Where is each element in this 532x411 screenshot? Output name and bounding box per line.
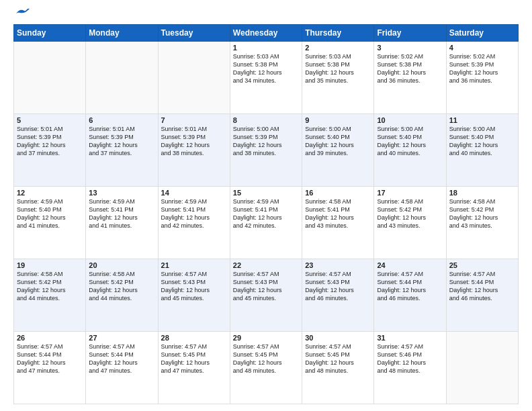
calendar-cell: 4Sunrise: 5:02 AMSunset: 5:39 PMDaylight… <box>446 42 518 114</box>
calendar-cell: 22Sunrise: 4:57 AMSunset: 5:43 PMDayligh… <box>230 259 302 332</box>
calendar-cell: 8Sunrise: 5:00 AMSunset: 5:39 PMDaylight… <box>230 114 302 187</box>
calendar-cell: 2Sunrise: 5:03 AMSunset: 5:38 PMDaylight… <box>302 42 374 114</box>
day-number: 12 <box>17 189 83 197</box>
calendar-week-row: 5Sunrise: 5:01 AMSunset: 5:39 PMDaylight… <box>14 114 519 187</box>
calendar-cell: 9Sunrise: 5:00 AMSunset: 5:40 PMDaylight… <box>302 114 374 187</box>
day-number: 10 <box>377 116 443 124</box>
cell-content: Sunrise: 4:57 AMSunset: 5:44 PMDaylight:… <box>449 270 515 303</box>
header <box>13 11 519 17</box>
cell-content: Sunrise: 4:57 AMSunset: 5:43 PMDaylight:… <box>305 270 371 303</box>
day-number: 11 <box>449 116 515 124</box>
calendar-week-row: 26Sunrise: 4:57 AMSunset: 5:44 PMDayligh… <box>14 332 519 404</box>
calendar-cell <box>158 42 230 114</box>
day-number: 19 <box>17 261 83 269</box>
calendar-day-header: Monday <box>86 25 158 42</box>
calendar-cell: 19Sunrise: 4:58 AMSunset: 5:42 PMDayligh… <box>14 259 86 332</box>
cell-content: Sunrise: 5:02 AMSunset: 5:38 PMDaylight:… <box>377 52 443 85</box>
calendar-cell: 15Sunrise: 4:59 AMSunset: 5:41 PMDayligh… <box>230 187 302 259</box>
calendar-cell: 25Sunrise: 4:57 AMSunset: 5:44 PMDayligh… <box>446 259 518 332</box>
cell-content: Sunrise: 5:00 AMSunset: 5:39 PMDaylight:… <box>233 125 299 158</box>
day-number: 20 <box>89 261 154 269</box>
calendar-cell <box>14 42 86 114</box>
calendar-cell: 31Sunrise: 4:57 AMSunset: 5:46 PMDayligh… <box>374 332 446 404</box>
cell-content: Sunrise: 5:03 AMSunset: 5:38 PMDaylight:… <box>305 52 371 85</box>
calendar-cell <box>446 332 518 404</box>
day-number: 24 <box>377 261 443 269</box>
cell-content: Sunrise: 4:57 AMSunset: 5:46 PMDaylight:… <box>377 342 443 375</box>
calendar-cell <box>86 42 158 114</box>
calendar-cell: 20Sunrise: 4:58 AMSunset: 5:42 PMDayligh… <box>86 259 158 332</box>
calendar-cell: 24Sunrise: 4:57 AMSunset: 5:44 PMDayligh… <box>374 259 446 332</box>
calendar-cell: 10Sunrise: 5:00 AMSunset: 5:40 PMDayligh… <box>374 114 446 187</box>
cell-content: Sunrise: 4:59 AMSunset: 5:40 PMDaylight:… <box>17 197 83 230</box>
cell-content: Sunrise: 4:57 AMSunset: 5:44 PMDaylight:… <box>377 270 443 303</box>
logo <box>13 11 30 17</box>
calendar-day-header: Thursday <box>302 25 374 42</box>
day-number: 2 <box>305 44 371 52</box>
calendar-cell: 21Sunrise: 4:57 AMSunset: 5:43 PMDayligh… <box>158 259 230 332</box>
cell-content: Sunrise: 5:01 AMSunset: 5:39 PMDaylight:… <box>161 125 227 158</box>
day-number: 21 <box>161 261 227 269</box>
day-number: 17 <box>377 189 443 197</box>
cell-content: Sunrise: 4:57 AMSunset: 5:44 PMDaylight:… <box>89 342 154 375</box>
cell-content: Sunrise: 4:58 AMSunset: 5:42 PMDaylight:… <box>89 270 154 303</box>
cell-content: Sunrise: 5:01 AMSunset: 5:39 PMDaylight:… <box>17 125 83 158</box>
day-number: 29 <box>233 334 299 342</box>
calendar-cell: 26Sunrise: 4:57 AMSunset: 5:44 PMDayligh… <box>14 332 86 404</box>
calendar-cell: 6Sunrise: 5:01 AMSunset: 5:39 PMDaylight… <box>86 114 158 187</box>
calendar-cell: 11Sunrise: 5:00 AMSunset: 5:40 PMDayligh… <box>446 114 518 187</box>
day-number: 13 <box>89 189 154 197</box>
calendar-cell: 13Sunrise: 4:59 AMSunset: 5:41 PMDayligh… <box>86 187 158 259</box>
cell-content: Sunrise: 5:02 AMSunset: 5:39 PMDaylight:… <box>449 52 515 85</box>
cell-content: Sunrise: 4:57 AMSunset: 5:45 PMDaylight:… <box>161 342 227 375</box>
calendar-cell: 5Sunrise: 5:01 AMSunset: 5:39 PMDaylight… <box>14 114 86 187</box>
calendar-day-header: Wednesday <box>230 25 302 42</box>
calendar-cell: 18Sunrise: 4:58 AMSunset: 5:42 PMDayligh… <box>446 187 518 259</box>
calendar-cell: 29Sunrise: 4:57 AMSunset: 5:45 PMDayligh… <box>230 332 302 404</box>
cell-content: Sunrise: 4:57 AMSunset: 5:43 PMDaylight:… <box>233 270 299 303</box>
cell-content: Sunrise: 5:00 AMSunset: 5:40 PMDaylight:… <box>449 125 515 158</box>
calendar-day-header: Saturday <box>446 25 518 42</box>
day-number: 1 <box>233 44 299 52</box>
day-number: 27 <box>89 334 154 342</box>
calendar-week-row: 12Sunrise: 4:59 AMSunset: 5:40 PMDayligh… <box>14 187 519 259</box>
calendar-cell: 17Sunrise: 4:58 AMSunset: 5:42 PMDayligh… <box>374 187 446 259</box>
cell-content: Sunrise: 4:58 AMSunset: 5:41 PMDaylight:… <box>305 197 371 230</box>
day-number: 7 <box>161 116 227 124</box>
cell-content: Sunrise: 4:59 AMSunset: 5:41 PMDaylight:… <box>233 197 299 230</box>
calendar-week-row: 19Sunrise: 4:58 AMSunset: 5:42 PMDayligh… <box>14 259 519 332</box>
calendar-cell: 3Sunrise: 5:02 AMSunset: 5:38 PMDaylight… <box>374 42 446 114</box>
cell-content: Sunrise: 4:57 AMSunset: 5:44 PMDaylight:… <box>17 342 83 375</box>
day-number: 28 <box>161 334 227 342</box>
calendar-cell: 27Sunrise: 4:57 AMSunset: 5:44 PMDayligh… <box>86 332 158 404</box>
cell-content: Sunrise: 4:58 AMSunset: 5:42 PMDaylight:… <box>17 270 83 303</box>
calendar-cell: 30Sunrise: 4:57 AMSunset: 5:45 PMDayligh… <box>302 332 374 404</box>
calendar-week-row: 1Sunrise: 5:03 AMSunset: 5:38 PMDaylight… <box>14 42 519 114</box>
day-number: 14 <box>161 189 227 197</box>
day-number: 16 <box>305 189 371 197</box>
cell-content: Sunrise: 4:58 AMSunset: 5:42 PMDaylight:… <box>377 197 443 230</box>
day-number: 30 <box>305 334 371 342</box>
cell-content: Sunrise: 4:59 AMSunset: 5:41 PMDaylight:… <box>89 197 154 230</box>
logo-bird-icon <box>15 7 30 17</box>
cell-content: Sunrise: 5:03 AMSunset: 5:38 PMDaylight:… <box>233 52 299 85</box>
day-number: 23 <box>305 261 371 269</box>
calendar-day-header: Sunday <box>14 25 86 42</box>
calendar-table: SundayMondayTuesdayWednesdayThursdayFrid… <box>13 24 519 404</box>
calendar-cell: 7Sunrise: 5:01 AMSunset: 5:39 PMDaylight… <box>158 114 230 187</box>
cell-content: Sunrise: 5:01 AMSunset: 5:39 PMDaylight:… <box>89 125 154 158</box>
cell-content: Sunrise: 4:59 AMSunset: 5:41 PMDaylight:… <box>161 197 227 230</box>
day-number: 31 <box>377 334 443 342</box>
day-number: 25 <box>449 261 515 269</box>
day-number: 5 <box>17 116 83 124</box>
cell-content: Sunrise: 5:00 AMSunset: 5:40 PMDaylight:… <box>377 125 443 158</box>
calendar-cell: 16Sunrise: 4:58 AMSunset: 5:41 PMDayligh… <box>302 187 374 259</box>
calendar-header-row: SundayMondayTuesdayWednesdayThursdayFrid… <box>14 25 519 42</box>
day-number: 26 <box>17 334 83 342</box>
cell-content: Sunrise: 5:00 AMSunset: 5:40 PMDaylight:… <box>305 125 371 158</box>
calendar-day-header: Friday <box>374 25 446 42</box>
day-number: 4 <box>449 44 515 52</box>
day-number: 15 <box>233 189 299 197</box>
day-number: 6 <box>89 116 154 124</box>
cell-content: Sunrise: 4:57 AMSunset: 5:45 PMDaylight:… <box>233 342 299 375</box>
